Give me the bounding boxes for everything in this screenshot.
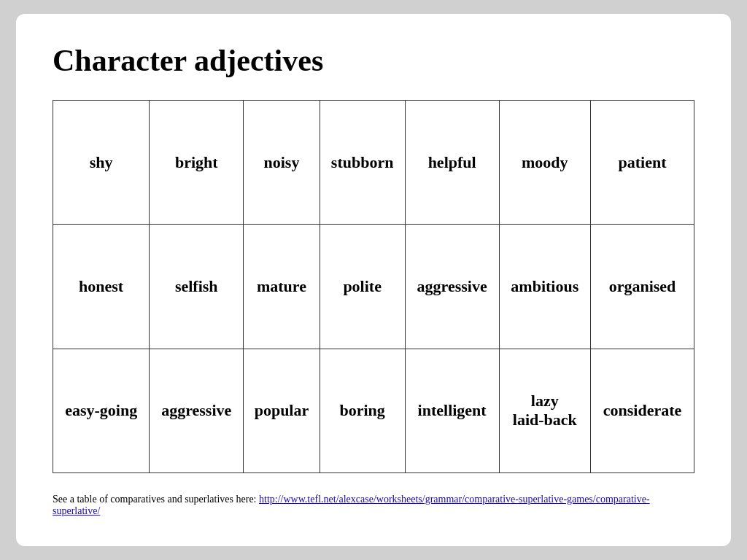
table-cell: shy: [53, 101, 150, 225]
table-cell: lazylaid-back: [499, 349, 590, 472]
table-cell: patient: [590, 101, 694, 225]
table-cell: aggressive: [150, 349, 244, 472]
table-cell: moody: [499, 101, 590, 225]
table-cell: noisy: [244, 101, 320, 225]
table-cell: popular: [244, 349, 320, 472]
table-cell: bright: [150, 101, 244, 225]
table-cell: mature: [244, 225, 320, 349]
slide: Character adjectives shybrightnoisystubb…: [16, 14, 731, 546]
footer: See a table of comparatives and superlat…: [53, 494, 694, 517]
table-cell: boring: [320, 349, 405, 472]
table-cell: honest: [53, 225, 150, 349]
table-cell: organised: [590, 225, 694, 349]
table-cell: helpful: [405, 101, 499, 225]
table-cell: aggressive: [405, 225, 499, 349]
table-cell: considerate: [590, 349, 694, 472]
footer-prefix: See a table of comparatives and superlat…: [53, 494, 259, 505]
page-title: Character adjectives: [53, 43, 694, 78]
table-row: easy-goingaggressivepopularboringintelli…: [53, 349, 694, 472]
table-cell: selfish: [150, 225, 244, 349]
table-row: honestselfishmaturepoliteaggressiveambit…: [53, 225, 694, 349]
table-row: shybrightnoisystubbornhelpfulmoodypatien…: [53, 101, 694, 225]
table-cell: polite: [320, 225, 405, 349]
table-cell: stubborn: [320, 101, 405, 225]
table-cell: easy-going: [53, 349, 150, 472]
table-cell: ambitious: [499, 225, 590, 349]
adjectives-table: shybrightnoisystubbornhelpfulmoodypatien…: [53, 100, 694, 473]
table-cell: intelligent: [405, 349, 499, 472]
